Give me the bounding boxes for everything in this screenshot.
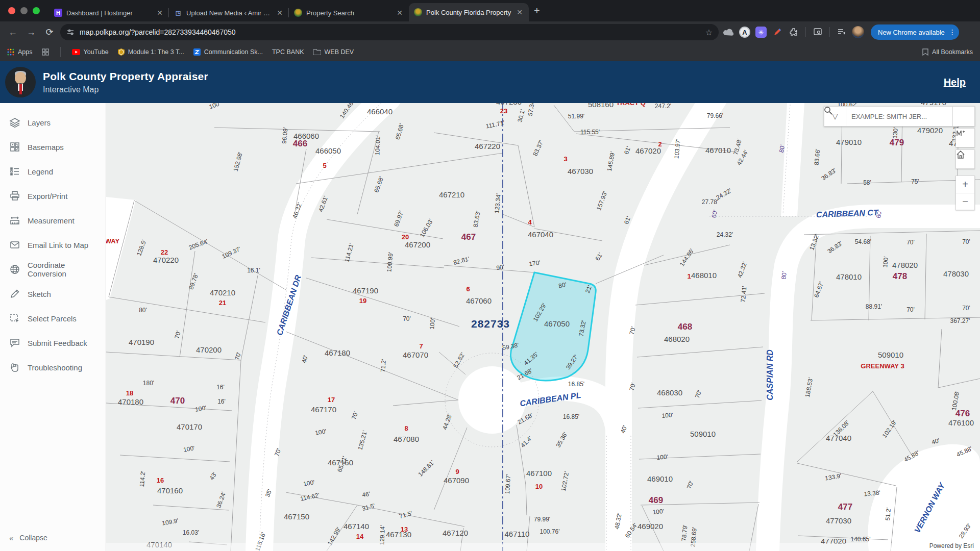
search-input[interactable] xyxy=(846,106,952,127)
new-tab-button[interactable]: + xyxy=(534,5,540,17)
page-subtitle: Interactive Map xyxy=(43,85,208,94)
bookmark-label: Module 1: The 3 T... xyxy=(128,48,184,56)
map-label: 467200 xyxy=(405,240,430,249)
forward-button[interactable]: → xyxy=(23,27,39,38)
map-label: 70' xyxy=(403,315,411,322)
map-label: 467050 xyxy=(544,319,570,328)
purple-extension-icon[interactable]: ✳ xyxy=(754,26,768,39)
bookmark-communication[interactable]: Communication Sk... xyxy=(193,48,263,56)
sidebar-item-legend[interactable]: Legend xyxy=(0,159,106,184)
sidebar-collapse-button[interactable]: « Collapse xyxy=(0,528,106,548)
tab-close-icon[interactable]: ✕ xyxy=(276,9,284,17)
sidebar-item-label: Sketch xyxy=(28,290,51,298)
map-label: 100' xyxy=(652,508,664,516)
sidebar-item-sketch[interactable]: Sketch xyxy=(0,282,106,306)
map-label: 78.79' xyxy=(680,524,689,541)
tab-polk-map[interactable]: Polk County Florida Property ✕ xyxy=(409,3,529,21)
map-label: 46' xyxy=(361,490,371,499)
map-label: 71.2' xyxy=(379,359,387,372)
search-icon xyxy=(824,106,832,115)
bookmark-module1[interactable]: Module 1: The 3 T... xyxy=(118,48,184,56)
map-label: 470170 xyxy=(177,422,202,431)
zoom-control: + − xyxy=(955,176,975,210)
address-bar[interactable]: map.polkpa.org/?parcelid=282733934460467… xyxy=(60,24,719,40)
home-button[interactable] xyxy=(955,149,975,169)
home-icon xyxy=(956,150,965,159)
map-viewport[interactable]: CARIBBEAN DRCARIBBEAN PLCARIBBEAN CTCASP… xyxy=(106,103,980,551)
tab-close-icon[interactable]: ✕ xyxy=(396,9,404,17)
map-label: WAY xyxy=(106,237,120,245)
map-label: 54.68' xyxy=(855,238,871,245)
map-label: 70' xyxy=(962,238,970,245)
help-link[interactable]: Help xyxy=(944,77,966,88)
parcel-map[interactable]: CARIBBEAN DRCARIBBEAN PLCARIBBEAN CTCASP… xyxy=(106,103,980,551)
site-settings-icon[interactable] xyxy=(66,28,75,36)
a-circle-extension-icon[interactable]: A xyxy=(738,26,751,39)
map-label: 19 xyxy=(359,297,366,305)
zoom-in-button[interactable]: + xyxy=(956,176,974,193)
sidebar-item-coordinate-conversion[interactable]: Coordinate Conversion xyxy=(0,257,106,282)
tab-close-icon[interactable]: ✕ xyxy=(516,8,524,16)
cloud-extension-icon[interactable] xyxy=(722,26,735,39)
map-label: 467220 xyxy=(475,142,500,151)
bookmark-star-icon[interactable]: ☆ xyxy=(705,28,713,37)
sidebar-item-submit-feedback[interactable]: Submit Feedback xyxy=(0,331,106,355)
tab-close-icon[interactable]: ✕ xyxy=(156,9,164,17)
collapse-chevrons-icon: « xyxy=(9,534,13,542)
blue-z-icon xyxy=(193,48,201,56)
tab-upload-media[interactable]: ◳ Upload New Media ‹ Amir Lan ✕ xyxy=(169,4,289,21)
collapse-label: Collapse xyxy=(19,534,47,542)
profile-avatar[interactable] xyxy=(851,26,865,39)
map-label: 467010 xyxy=(705,146,731,155)
sidebar-item-label: Coordinate Conversion xyxy=(28,261,106,278)
map-label: 9 xyxy=(455,468,459,475)
map-label: 90' xyxy=(496,263,505,272)
pen-extension-icon[interactable] xyxy=(771,26,784,39)
extensions-puzzle-icon[interactable] xyxy=(787,26,800,39)
search-button[interactable] xyxy=(952,106,975,127)
map-label: 5 xyxy=(323,162,326,169)
reading-list-icon[interactable] xyxy=(835,26,848,39)
bookmark-youtube[interactable]: YouTube xyxy=(72,48,109,56)
all-bookmarks-button[interactable]: All Bookmarks xyxy=(922,48,973,56)
sidebar-item-basemaps[interactable]: Basemaps xyxy=(0,135,106,159)
sidebar-item-select-parcels[interactable]: Select Parcels xyxy=(0,306,106,331)
sidebar-item-layers[interactable]: Layers xyxy=(0,110,106,135)
map-label: 478020 xyxy=(892,261,918,269)
device-media-icon[interactable] xyxy=(811,26,824,39)
map-label: 479020 xyxy=(917,126,943,135)
map-label: 4 xyxy=(528,218,532,226)
apps-shortcut[interactable]: Apps xyxy=(7,48,33,56)
map-label: 467170 xyxy=(311,405,336,414)
sidebar-item-export-print[interactable]: Export/Print xyxy=(0,184,106,208)
reload-button[interactable]: ⟳ xyxy=(42,27,57,38)
maximize-window-button[interactable] xyxy=(33,7,40,14)
map-label: 70' xyxy=(962,305,970,312)
tab-hostinger[interactable]: H Dashboard | Hostinger ✕ xyxy=(49,4,169,21)
all-bookmarks-label: All Bookmarks xyxy=(932,48,973,56)
bookmark-web-dev[interactable]: WEB DEV xyxy=(313,48,354,56)
bookmark-tpc-bank[interactable]: TPC BANK xyxy=(272,48,304,56)
tab-property-search[interactable]: Property Search ✕ xyxy=(289,4,409,21)
dashboard-grid-icon[interactable] xyxy=(42,48,49,56)
feedback-bubble-icon xyxy=(9,337,20,348)
map-label: 470210 xyxy=(210,288,235,297)
back-button[interactable]: ← xyxy=(5,27,20,38)
tab-title: Upload New Media ‹ Amir Lan xyxy=(186,9,272,17)
minimize-window-button[interactable] xyxy=(20,7,28,14)
sidebar-item-measurement[interactable]: Measurement xyxy=(0,208,106,233)
close-window-button[interactable] xyxy=(8,7,15,14)
chrome-menu-icon[interactable]: ⋮ xyxy=(949,28,956,36)
sidebar-item-email-link[interactable]: Email Link to Map xyxy=(0,233,106,257)
sidebar-item-label: Measurement xyxy=(28,216,75,225)
map-label: 509010 xyxy=(690,430,716,438)
map-label: 470 xyxy=(170,396,185,406)
map-label: 88.91' xyxy=(866,303,882,310)
new-chrome-available-button[interactable]: New Chrome available ⋮ xyxy=(871,24,959,40)
map-label: 17 xyxy=(328,396,335,404)
map-label: 468 xyxy=(678,322,692,332)
map-label: 70' xyxy=(906,306,915,313)
zoom-out-button[interactable]: − xyxy=(956,193,974,210)
default-extent-button[interactable] xyxy=(955,128,975,147)
sidebar-item-troubleshooting[interactable]: Troubleshooting xyxy=(0,355,106,380)
